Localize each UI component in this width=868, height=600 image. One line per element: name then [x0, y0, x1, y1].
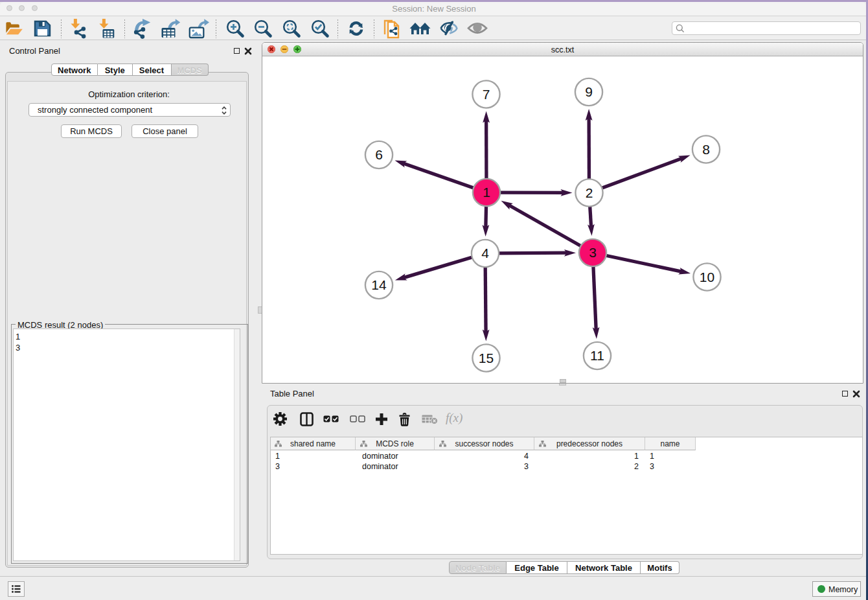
svg-text:9: 9 — [585, 84, 593, 99]
svg-text:14: 14 — [371, 277, 387, 292]
svg-text:3: 3 — [589, 245, 597, 260]
svg-text:7: 7 — [483, 87, 490, 102]
svg-text:2: 2 — [586, 185, 593, 200]
svg-text:6: 6 — [375, 147, 383, 162]
svg-text:10: 10 — [700, 270, 714, 284]
svg-text:1: 1 — [483, 185, 490, 200]
svg-text:15: 15 — [479, 351, 494, 365]
svg-text:8: 8 — [702, 142, 710, 157]
svg-text:4: 4 — [481, 246, 489, 260]
svg-text:11: 11 — [590, 348, 604, 363]
